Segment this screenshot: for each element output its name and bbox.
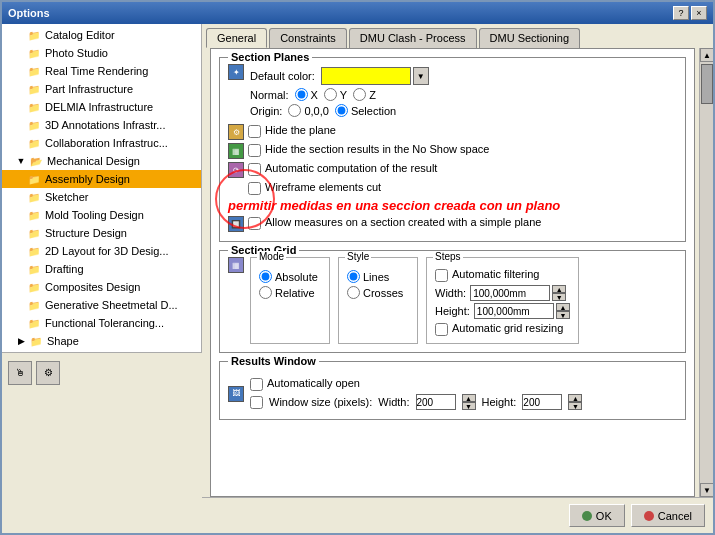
sidebar-item-mechanical-design[interactable]: ▼ 📂 Mechanical Design <box>2 152 201 170</box>
wireframe-checkbox[interactable] <box>248 182 261 195</box>
mode-subsection: Mode Absolute Relative <box>250 257 330 344</box>
auto-compute-checkbox[interactable] <box>248 163 261 176</box>
auto-filtering-label: Automatic filtering <box>452 268 539 280</box>
style-lines-label: Lines <box>363 271 389 283</box>
normal-z-radio[interactable]: Z <box>353 88 376 101</box>
sidebar-item-drafting[interactable]: 📁 Drafting <box>2 260 201 278</box>
style-crosses-label: Crosses <box>363 287 403 299</box>
sidebar-item-structure[interactable]: 📁 Structure Design <box>2 224 201 242</box>
window-title: Options <box>8 7 50 19</box>
scroll-track[interactable] <box>700 62 713 483</box>
normal-row: Normal: X Y Z <box>250 88 677 101</box>
rw-down[interactable]: ▼ <box>462 402 476 410</box>
sidebar-item-3d-annotations[interactable]: 📁 3D Annotations Infrastr... <box>2 116 201 134</box>
window-size-checkbox[interactable] <box>250 396 263 409</box>
folder-icon: 📁 <box>26 243 42 259</box>
mode-relative-label: Relative <box>275 287 315 299</box>
style-subsection: Style Lines Crosses <box>338 257 418 344</box>
tab-dmu-clash[interactable]: DMU Clash - Process <box>349 28 477 48</box>
allow-measures-checkbox[interactable] <box>248 217 261 230</box>
height-up-btn[interactable]: ▲ <box>556 303 570 311</box>
height-label2: Height: <box>482 396 517 408</box>
rw-up[interactable]: ▲ <box>462 394 476 402</box>
steps-label: Steps <box>433 251 463 262</box>
height-arrows: ▲ ▼ <box>556 303 570 319</box>
mode-relative-radio[interactable]: Relative <box>259 286 321 299</box>
sidebar-bottom: 🖱 ⚙ <box>2 352 202 392</box>
folder-icon: 📁 <box>26 297 42 313</box>
sidebar-item-real-time[interactable]: 📁 Real Time Rendering <box>2 62 201 80</box>
width-label2: Width: <box>378 396 409 408</box>
sidebar-item-functional-tolerancing[interactable]: 📁 Functional Tolerancing... <box>2 314 201 332</box>
dropdown-arrow-icon[interactable]: ▼ <box>413 67 429 85</box>
tab-constraints[interactable]: Constraints <box>269 28 347 48</box>
origin-000-radio[interactable]: 0,0,0 <box>288 104 328 117</box>
scroll-down-btn[interactable]: ▼ <box>700 483 713 497</box>
origin-selection-label: Selection <box>351 105 396 117</box>
results-height-input[interactable] <box>522 394 562 410</box>
sidebar-item-collaboration[interactable]: 📁 Collaboration Infrastruc... <box>2 134 201 152</box>
sidebar-item-shape[interactable]: ▶ 📁 Shape <box>2 332 201 350</box>
window-size-label: Window size (pixels): <box>269 396 372 408</box>
auto-grid-resize-checkbox[interactable] <box>435 323 448 336</box>
color-swatch[interactable] <box>321 67 411 85</box>
sidebar-item-generative-sheet[interactable]: 📁 Generative Sheetmetal D... <box>2 296 201 314</box>
scrollbar[interactable]: ▲ ▼ <box>699 48 713 497</box>
folder-icon: 📁 <box>26 63 42 79</box>
tab-general[interactable]: General <box>206 28 267 48</box>
sidebar-item-composites[interactable]: 📁 Composites Design <box>2 278 201 296</box>
wireframe-label: Wireframe elements cut <box>265 181 381 193</box>
origin-selection-radio[interactable]: Selection <box>335 104 396 117</box>
sidebar-item-catalog-editor[interactable]: 📁 Catalog Editor <box>2 26 201 44</box>
hide-results-label: Hide the section results in the No Show … <box>265 143 489 155</box>
content-area: 📁 Catalog Editor 📁 Photo Studio 📁 Real T… <box>2 24 713 533</box>
tab-dmu-sectioning[interactable]: DMU Sectioning <box>479 28 580 48</box>
style-crosses-radio[interactable]: Crosses <box>347 286 409 299</box>
width-arrows: ▲ ▼ <box>552 285 566 301</box>
mode-absolute-radio[interactable]: Absolute <box>259 270 321 283</box>
results-icon: 🖼 <box>228 386 244 402</box>
close-button[interactable]: × <box>691 6 707 20</box>
auto-compute-row: ⟳ Automatic computation of the result <box>228 162 677 178</box>
sidebar-item-delmia[interactable]: 📁 DELMIA Infrastructure <box>2 98 201 116</box>
ok-button[interactable]: OK <box>569 504 625 527</box>
sidebar-icon-2[interactable]: ⚙ <box>36 361 60 385</box>
folder-icon: 📁 <box>26 81 42 97</box>
width-up-btn[interactable]: ▲ <box>552 285 566 293</box>
sidebar-item-2d-layout[interactable]: 📁 2D Layout for 3D Desig... <box>2 242 201 260</box>
hide-results-checkbox[interactable] <box>248 144 261 157</box>
width-input[interactable] <box>470 285 550 301</box>
section-planes-label: Section Planes <box>228 51 312 63</box>
auto-filtering-checkbox[interactable] <box>435 269 448 282</box>
hide-plane-checkbox[interactable] <box>248 125 261 138</box>
cancel-button[interactable]: Cancel <box>631 504 705 527</box>
height-input[interactable] <box>474 303 554 319</box>
sidebar-item-mold-tooling[interactable]: 📁 Mold Tooling Design <box>2 206 201 224</box>
height-down-btn[interactable]: ▼ <box>556 311 570 319</box>
rh-up[interactable]: ▲ <box>568 394 582 402</box>
hide-plane-icon: ⚙ <box>228 124 244 140</box>
width-down-btn[interactable]: ▼ <box>552 293 566 301</box>
sidebar-item-sketcher[interactable]: 📁 Sketcher <box>2 188 201 206</box>
folder-icon: 📁 <box>26 99 42 115</box>
folder-icon: 📁 <box>26 261 42 277</box>
normal-x-radio[interactable]: X <box>295 88 318 101</box>
height-label: Height: <box>435 305 470 317</box>
normal-y-radio[interactable]: Y <box>324 88 347 101</box>
hide-results-icon: ▦ <box>228 143 244 159</box>
ok-icon <box>582 511 592 521</box>
help-button[interactable]: ? <box>673 6 689 20</box>
mode-label: Mode <box>257 251 286 262</box>
scroll-up-btn[interactable]: ▲ <box>700 48 713 62</box>
style-lines-radio[interactable]: Lines <box>347 270 409 283</box>
sidebar-item-part-infra[interactable]: 📁 Part Infrastructure <box>2 80 201 98</box>
color-dropdown[interactable]: ▼ <box>321 67 429 85</box>
auto-open-checkbox[interactable] <box>250 378 263 391</box>
results-width-input[interactable] <box>416 394 456 410</box>
grid-inner: Mode Absolute Relative <box>250 257 579 344</box>
section-planes-box: Section Planes ✦ Default color: ▼ <box>219 57 686 242</box>
sidebar-item-assembly-design[interactable]: 📁 Assembly Design <box>2 170 201 188</box>
sidebar-icon-1[interactable]: 🖱 <box>8 361 32 385</box>
rh-down[interactable]: ▼ <box>568 402 582 410</box>
sidebar-item-photo-studio[interactable]: 📁 Photo Studio <box>2 44 201 62</box>
